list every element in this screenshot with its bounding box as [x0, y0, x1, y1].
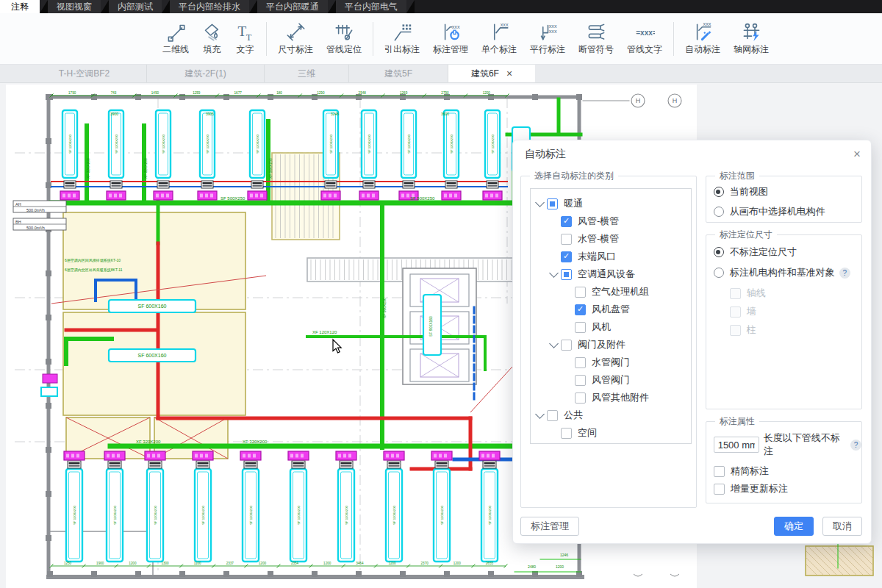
close-icon[interactable]: ×: [853, 147, 861, 162]
svg-text:SF 1200X200: SF 1200X200: [68, 135, 72, 154]
checkbox-unchecked-icon[interactable]: [561, 428, 572, 439]
radio-on-icon[interactable]: [714, 187, 724, 197]
help-icon[interactable]: ?: [850, 440, 861, 451]
category-tree[interactable]: 暖通风管-横管水管-横管末端风口空调通风设备空气处理机组风机盘管风机阀门及附件水…: [530, 188, 692, 444]
tree-item-空间[interactable]: 空间: [531, 424, 691, 442]
svg-text:1290: 1290: [317, 91, 325, 95]
doc-tab-T-H-空调BF2[interactable]: T-H-空调BF2: [22, 65, 147, 82]
checkbox-unchecked-icon[interactable]: [575, 287, 586, 298]
svg-text:1677: 1677: [234, 91, 243, 95]
checkbox-unchecked-icon[interactable]: [714, 466, 725, 477]
checkbox-unchecked-icon[interactable]: [575, 322, 586, 333]
tool-leader[interactable]: 引出标注: [378, 22, 426, 56]
svg-text:SF 600X160: SF 600X160: [138, 353, 167, 358]
doc-tab-建筑-2F(1)[interactable]: 建筑-2F(1): [147, 65, 265, 82]
tool-pipetext[interactable]: =xxx=管线文字: [620, 22, 669, 56]
checkbox-unchecked-icon[interactable]: [575, 392, 586, 404]
annotation-manage-button[interactable]: 标注管理: [520, 517, 579, 536]
tool-pipeloc[interactable]: 管线定位: [320, 22, 368, 56]
tree-item-末端风口[interactable]: 末端风口: [531, 248, 691, 265]
svg-text:SF 600X160: SF 600X160: [138, 304, 167, 309]
min-length-input[interactable]: [714, 437, 759, 453]
chevron-down-icon[interactable]: [535, 409, 545, 419]
close-tab-icon[interactable]: ×: [506, 68, 512, 79]
tree-item-空调通风设备[interactable]: 空调通风设备: [531, 265, 691, 283]
radio-dim-to-datum[interactable]: 标注机电构件和基准对象 ?: [706, 266, 861, 279]
svg-text:SF 1200X200: SF 1200X200: [345, 506, 348, 525]
svg-text:500.0m³/h: 500.0m³/h: [26, 226, 45, 230]
checkbox-unchecked-icon[interactable]: [561, 234, 572, 245]
tree-item-label: 水管-横管: [578, 232, 619, 245]
tree-item-公共[interactable]: 公共: [531, 406, 691, 424]
tree-item-暖通[interactable]: 暖通: [531, 195, 691, 212]
tree-item-风管-横管[interactable]: 风管-横管: [531, 212, 691, 230]
ok-button[interactable]: 确定: [774, 517, 814, 536]
checkbox-unchecked-icon[interactable]: [575, 357, 586, 368]
tree-item-阀门及附件[interactable]: 阀门及附件: [531, 336, 691, 354]
ribbon-tab-平台内部给排水[interactable]: 平台内部给排水: [170, 0, 249, 13]
tree-item-风机盘管[interactable]: 风机盘管: [531, 301, 691, 318]
checkbox-unchecked-icon[interactable]: [561, 340, 572, 351]
ribbon-tab-平台内部电气[interactable]: 平台内部电气: [336, 0, 406, 13]
chevron-down-icon[interactable]: [549, 339, 559, 348]
svg-text:6层空调内区回风接排烟系统KT-10: 6层空调内区回风接排烟系统KT-10: [65, 258, 121, 263]
radio-current-view[interactable]: 当前视图: [706, 185, 861, 198]
checkbox-partial-icon[interactable]: [561, 269, 572, 280]
tool-line2d[interactable]: 二维线: [156, 22, 196, 56]
chevron-down-icon[interactable]: [535, 198, 545, 207]
ribbon-tab-内部测试[interactable]: 内部测试: [109, 0, 162, 13]
tool-manage[interactable]: xxx标注管理: [426, 22, 475, 56]
checkbox-partial-icon[interactable]: [547, 198, 558, 209]
tool-parallel[interactable]: xxxxxx平行标注: [523, 22, 572, 56]
svg-text:1900: 1900: [96, 562, 104, 565]
checkbox-unchecked-icon[interactable]: [714, 484, 725, 495]
ribbon-tab-视图视窗[interactable]: 视图视窗: [48, 0, 101, 13]
tool-text[interactable]: TT文字: [229, 22, 262, 56]
breakpipe-icon: [587, 22, 606, 42]
radio-select-from-canvas[interactable]: 从画布中选择机电构件: [706, 205, 861, 218]
svg-text:1200: 1200: [259, 562, 267, 565]
tool-breakpipe[interactable]: 断管符号: [572, 22, 620, 56]
radio-off-icon[interactable]: [714, 207, 724, 217]
help-icon[interactable]: ?: [839, 268, 850, 279]
radio-no-position-dim[interactable]: 不标注定位尺寸: [706, 245, 861, 259]
doc-tab-三维[interactable]: 三维: [265, 65, 349, 82]
checkbox-checked-icon[interactable]: [561, 216, 572, 227]
tree-item-label: 风管其他附件: [592, 391, 649, 404]
tree-item-水管-横管[interactable]: 水管-横管: [531, 230, 691, 248]
tree-item-label: 公共: [564, 409, 583, 422]
svg-text:XF 500X250: XF 500X250: [382, 298, 387, 318]
tool-single[interactable]: xxx单个标注: [475, 22, 523, 56]
tool-label: 轴网标注: [734, 43, 769, 56]
tree-item-label: 阀门及附件: [578, 338, 625, 351]
tree-item-风管阀门[interactable]: 风管阀门: [531, 371, 691, 389]
checkbox-checked-icon[interactable]: [575, 304, 586, 315]
tree-item-风管其他附件[interactable]: 风管其他附件: [531, 389, 691, 406]
ribbon-tab-平台内部暖通[interactable]: 平台内部暖通: [257, 0, 328, 13]
chevron-down-icon[interactable]: [549, 268, 559, 278]
ribbon-tab-bar-filler: [415, 0, 882, 13]
tree-item-label: 风机: [592, 320, 611, 334]
tool-dim[interactable]: 尺寸标注: [271, 22, 320, 56]
svg-text:SF 1200X200: SF 1200X200: [115, 135, 118, 154]
checkbox-simplified[interactable]: 精简标注: [706, 465, 861, 478]
svg-text:SF 1200X200: SF 1200X200: [368, 135, 371, 154]
tool-fill[interactable]: 填充: [196, 22, 229, 56]
tool-auto[interactable]: xxx自动标注: [678, 22, 727, 56]
tree-item-空气处理机组[interactable]: 空气处理机组: [531, 283, 691, 301]
svg-text:SF 1200X200: SF 1200X200: [488, 506, 492, 525]
radio-off-icon[interactable]: [714, 268, 724, 278]
radio-on-icon[interactable]: [714, 247, 724, 257]
tree-item-水管阀门[interactable]: 水管阀门: [531, 354, 691, 371]
cancel-button[interactable]: 取消: [822, 517, 862, 536]
checkbox-checked-icon[interactable]: [561, 251, 572, 262]
ribbon-tab-annotation[interactable]: 注释: [0, 0, 40, 13]
tool-gridmark[interactable]: 轴网标注: [727, 22, 775, 56]
checkbox-unchecked-icon[interactable]: [547, 410, 558, 421]
tree-item-风机[interactable]: 风机: [531, 318, 691, 336]
doc-tab-建筑5F[interactable]: 建筑5F: [349, 65, 448, 82]
doc-tab-建筑6F[interactable]: 建筑6F×: [448, 65, 535, 82]
checkbox-incremental[interactable]: 增量更新标注: [706, 482, 861, 495]
checkbox-unchecked-icon[interactable]: [575, 375, 586, 386]
svg-text:3600: 3600: [441, 112, 449, 116]
